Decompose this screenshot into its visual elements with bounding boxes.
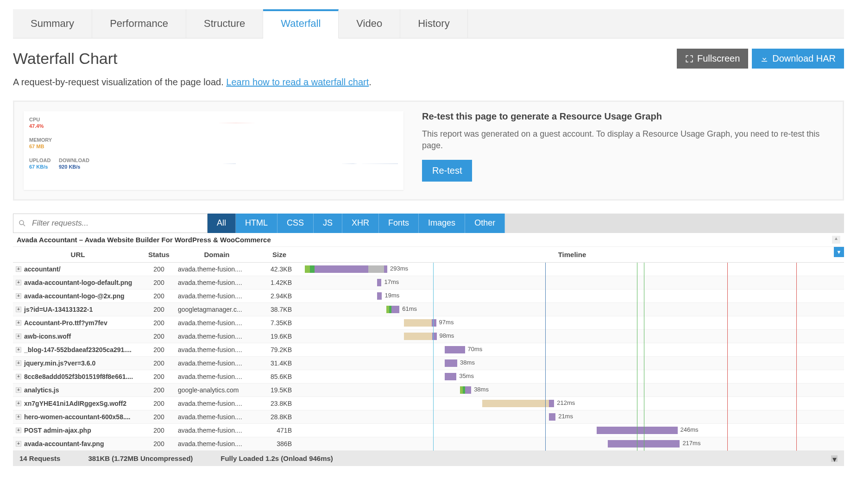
col-timeline[interactable]: Timeline ▼ bbox=[300, 247, 844, 263]
filter-input-wrap[interactable] bbox=[13, 214, 208, 233]
expand-icon[interactable]: + bbox=[16, 441, 21, 447]
table-row[interactable]: +analytics.js200google-analytics.com19.5… bbox=[13, 384, 844, 397]
timeline-marker bbox=[727, 397, 728, 410]
table-row[interactable]: +_blog-147-552bdaeaf23205ca291....200ava… bbox=[13, 343, 844, 357]
resource-graph-preview: CPU47.4% MEMORY67 MB UPLOAD67 KB/s DOWNL… bbox=[24, 111, 403, 190]
timeline-marker bbox=[637, 424, 637, 437]
table-row[interactable]: +xn7gYHE41ni1AdIRggexSg.woff2200avada.th… bbox=[13, 397, 844, 410]
request-domain: avada.theme-fusion.... bbox=[175, 263, 258, 276]
tab-structure[interactable]: Structure bbox=[186, 9, 263, 38]
table-row[interactable]: +avada-accountant-fav.png200avada.theme-… bbox=[13, 437, 844, 451]
timeline-duration: 35ms bbox=[459, 372, 474, 379]
expand-icon[interactable]: + bbox=[16, 280, 21, 285]
timeline-marker bbox=[433, 437, 434, 451]
expand-icon[interactable]: + bbox=[16, 428, 21, 433]
filter-tab-other[interactable]: Other bbox=[465, 214, 505, 233]
scroll-up-arrow[interactable]: ▲ bbox=[832, 236, 840, 244]
page-description: A request-by-request visualization of th… bbox=[13, 77, 844, 88]
retest-button[interactable]: Re-test bbox=[422, 160, 472, 182]
filter-tab-all[interactable]: All bbox=[208, 214, 236, 233]
timeline-bar bbox=[549, 400, 555, 407]
expand-icon[interactable]: + bbox=[16, 307, 21, 312]
timeline-marker bbox=[433, 303, 434, 316]
timeline-dropdown-icon[interactable]: ▼ bbox=[834, 247, 844, 257]
timeline-bar bbox=[315, 265, 368, 273]
expand-icon[interactable]: + bbox=[16, 414, 21, 420]
table-row[interactable]: +POST admin-ajax.php200avada.theme-fusio… bbox=[13, 424, 844, 437]
timeline-marker bbox=[796, 410, 797, 424]
timeline-duration: 98ms bbox=[440, 332, 454, 339]
table-row[interactable]: +Accountant-Pro.ttf?ym7fev200avada.theme… bbox=[13, 316, 844, 330]
expand-icon[interactable]: + bbox=[16, 401, 21, 406]
table-row[interactable]: +hero-women-accountant-600x58....200avad… bbox=[13, 410, 844, 424]
tab-performance[interactable]: Performance bbox=[92, 9, 186, 38]
waterfall-footer: 14 Requests 381KB (1.72MB Uncompressed) … bbox=[13, 451, 844, 466]
filter-tab-js[interactable]: JS bbox=[314, 214, 342, 233]
footer-requests: 14 Requests bbox=[19, 454, 60, 462]
expand-icon[interactable]: + bbox=[16, 320, 21, 326]
col-size[interactable]: Size bbox=[258, 247, 300, 263]
timeline-duration: 246ms bbox=[681, 426, 699, 433]
table-row[interactable]: +avada-accountant-logo-default.png200ava… bbox=[13, 276, 844, 290]
request-status: 200 bbox=[143, 330, 175, 343]
fullscreen-button[interactable]: Fullscreen bbox=[677, 49, 748, 69]
timeline-marker bbox=[433, 397, 434, 410]
scroll-down-arrow[interactable]: ▼ bbox=[831, 455, 838, 462]
col-domain[interactable]: Domain bbox=[175, 247, 258, 263]
timeline-marker bbox=[644, 437, 644, 451]
cpu-sparkline bbox=[59, 123, 398, 123]
request-domain: avada.theme-fusion.... bbox=[175, 437, 258, 451]
fullscreen-label: Fullscreen bbox=[697, 53, 740, 64]
timeline-marker bbox=[727, 357, 728, 370]
waterfall-page-title: Avada Accountant – Avada Website Builder… bbox=[17, 236, 271, 244]
timeline-marker bbox=[727, 290, 728, 303]
request-timeline: 246ms bbox=[300, 424, 844, 437]
request-status: 200 bbox=[143, 437, 175, 451]
table-row[interactable]: +8cc8e8addd052f3b01519f8f8e661....200ava… bbox=[13, 370, 844, 384]
timeline-marker bbox=[727, 424, 728, 437]
filter-tab-fonts[interactable]: Fonts bbox=[379, 214, 419, 233]
table-row[interactable]: +awb-icons.woff200avada.theme-fusion....… bbox=[13, 330, 844, 343]
timeline-marker bbox=[545, 437, 546, 451]
expand-icon[interactable]: + bbox=[16, 266, 21, 272]
tab-waterfall[interactable]: Waterfall bbox=[263, 9, 339, 38]
tab-history[interactable]: History bbox=[400, 9, 467, 38]
table-row[interactable]: +accountant/200avada.theme-fusion....42.… bbox=[13, 263, 844, 276]
timeline-marker bbox=[637, 316, 637, 330]
filter-input[interactable] bbox=[29, 214, 202, 233]
filter-tab-css[interactable]: CSS bbox=[277, 214, 314, 233]
timeline-marker bbox=[637, 330, 637, 343]
filter-tab-xhr[interactable]: XHR bbox=[342, 214, 379, 233]
request-domain: avada.theme-fusion.... bbox=[175, 330, 258, 343]
expand-icon[interactable]: + bbox=[16, 334, 21, 339]
table-row[interactable]: +js?id=UA-134131322-1200googletagmanager… bbox=[13, 303, 844, 316]
timeline-marker bbox=[433, 357, 434, 370]
timeline-duration: 97ms bbox=[439, 319, 454, 326]
timeline-marker bbox=[644, 384, 644, 397]
timeline-duration: 217ms bbox=[682, 440, 700, 447]
page-title: Waterfall Chart bbox=[13, 50, 117, 68]
expand-icon[interactable]: + bbox=[16, 347, 21, 353]
expand-icon[interactable]: + bbox=[16, 293, 21, 299]
tab-video[interactable]: Video bbox=[339, 9, 400, 38]
request-url: hero-women-accountant-600x58.... bbox=[24, 413, 131, 421]
table-row[interactable]: +jquery.min.js?ver=3.6.0200avada.theme-f… bbox=[13, 357, 844, 370]
timeline-marker bbox=[637, 276, 637, 290]
download-har-button[interactable]: Download HAR bbox=[752, 49, 844, 69]
filter-tab-images[interactable]: Images bbox=[419, 214, 465, 233]
download-label: DOWNLOAD bbox=[59, 158, 89, 163]
table-row[interactable]: +avada-accountant-logo-@2x.png200avada.t… bbox=[13, 290, 844, 303]
expand-icon[interactable]: + bbox=[16, 387, 21, 393]
filter-tab-html[interactable]: HTML bbox=[236, 214, 277, 233]
expand-icon[interactable]: + bbox=[16, 360, 21, 366]
timeline-bar bbox=[432, 319, 436, 327]
expand-icon[interactable]: + bbox=[16, 374, 21, 379]
request-timeline: 61ms bbox=[300, 303, 844, 316]
col-url[interactable]: URL bbox=[13, 247, 143, 263]
learn-link[interactable]: Learn how to read a waterfall chart bbox=[226, 77, 369, 87]
timeline-marker bbox=[727, 316, 728, 330]
col-status[interactable]: Status bbox=[143, 247, 175, 263]
timeline-marker bbox=[545, 424, 546, 437]
tab-summary[interactable]: Summary bbox=[13, 9, 92, 38]
request-status: 200 bbox=[143, 397, 175, 410]
